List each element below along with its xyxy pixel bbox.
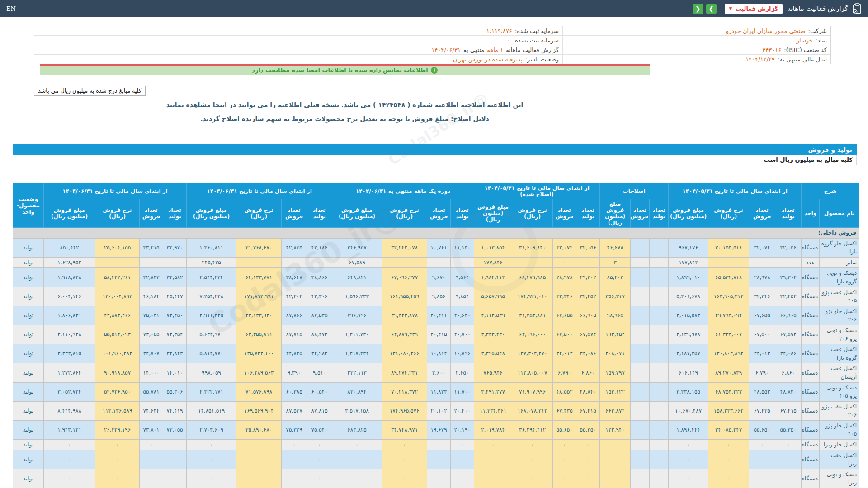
value-cell: ۳۲,۲۴۲,۰۷۸ (382, 238, 427, 257)
unregistered-capital-cell: سرمایه ثبت نشده: ۰ (34, 36, 562, 45)
report-type-dropdown[interactable]: گزارش فعالیت ▼ (725, 4, 783, 14)
value-cell (631, 401, 650, 420)
report-nav: ❯ ❮ (693, 4, 717, 14)
value-cell (631, 420, 650, 439)
value-cell: ۱,۴۱۷,۲۴۲ (332, 344, 382, 363)
value-cell: تولید (13, 268, 44, 287)
value-cell: ۶۷,۵۰۰ (749, 325, 775, 344)
company-info-table: شرکت: صنعتي محور سازان ایران خودرو سرمای… (34, 26, 831, 64)
table-row: دیسک و توپی ریرادستگاه۰۰۰۰۰۰۰۰۰۰۰۰۰۰۰۰۰۰… (13, 469, 859, 488)
value-cell: ۱۶۳,۹۰۵,۲۱۲ (708, 287, 749, 306)
value-cell: دستگاه (802, 363, 820, 382)
value-cell: دستگاه (802, 401, 820, 420)
value-cell (600, 440, 631, 450)
value-cell: ۹,۸۵۴ (451, 287, 474, 306)
value-cell: ۱,۳۶۰,۸۱۱ (187, 238, 236, 257)
value-cell: ۳۴,۷۴۸,۹۷۱ (382, 420, 427, 439)
value-cell: دستگاه (802, 440, 820, 450)
value-cell: ۷۴,۳۵۲ (163, 325, 187, 344)
value-cell: ۱۰۶,۲۸۹,۵۶۳ (236, 363, 282, 382)
value-cell: ۰ (236, 440, 282, 450)
column-group-header: دوره یک ماهه منتهی به ۱۴۰۴/۰۶/۳۱ (332, 183, 474, 199)
value-cell (650, 363, 669, 382)
value-cell: ۴۲,۲۰۲ (282, 287, 307, 306)
value-cell: ۰ (669, 450, 708, 469)
period-label-2: منتهی به (463, 47, 484, 53)
value-cell: ۱,۰۱۳,۸۵۴ (474, 238, 512, 257)
value-cell: ۳۱,۲۵۴,۸۸۱ (512, 306, 553, 325)
value-cell: ۱۰۱,۹۶۰,۲۸۴ (95, 344, 140, 363)
value-cell (631, 363, 650, 382)
value-cell: ۷۳,۸۰۱ (140, 420, 163, 439)
value-cell: ۳۲,۴۵۲ (775, 287, 802, 306)
value-cell: ۱۹۳,۲۵۲ (600, 325, 631, 344)
value-cell: ۳۲,۰۵۶ (576, 238, 600, 257)
value-cell: ۰ (775, 469, 802, 488)
column-header: تعداد تولید (451, 199, 474, 228)
value-cell: تولید (13, 287, 44, 306)
value-cell: تولید (13, 238, 44, 257)
value-cell: ۲۰,۱۰۲ (427, 401, 451, 420)
value-cell: ۴۲,۸۲۵ (282, 344, 307, 363)
value-cell: ۸,۴۴۴,۹۸۸ (44, 401, 95, 420)
table-row: اکسل جلو گروه تارادستگاه۳۲,۰۵۶۳۲,۰۷۴۳۰,۱… (13, 238, 859, 257)
value-cell: ۴۵,۴۴۷ (163, 287, 187, 306)
value-cell: ۱۳۱,۰۸۰,۴۶۶ (382, 344, 427, 363)
value-cell: ۳۱,۷۶۸,۶۷۰ (236, 238, 282, 257)
column-header: تعداد فروش (282, 199, 307, 228)
value-cell (95, 257, 140, 268)
value-cell: تولید (13, 363, 44, 382)
previous-version-link[interactable]: اینجا (213, 101, 227, 108)
value-cell: ۶۶۳,۸۷۴ (600, 401, 631, 420)
value-cell: ۰ (44, 469, 95, 488)
language-toggle[interactable]: EN (6, 5, 16, 12)
next-report-button[interactable]: ❯ (706, 4, 717, 14)
column-group-header: اصلاحات (600, 183, 669, 199)
value-cell (650, 450, 669, 469)
value-cell: عدد (802, 257, 820, 268)
value-cell: ۵۵,۳۵۰ (775, 420, 802, 439)
product-name-cell: اکسل عقب پژو ۲۰۶ (820, 401, 859, 420)
value-cell: ۷۳,۰۵۵ (163, 420, 187, 439)
value-cell: ۲,۰۱۹,۷۸۴ (474, 420, 512, 439)
product-name-cell: دیسک و توپی ریرا (820, 469, 859, 488)
value-cell: ۰ (512, 440, 553, 450)
value-cell: ۰ (282, 450, 307, 469)
value-cell: ۴۲,۸۳۵ (282, 238, 307, 257)
table-row: سایرعدد۰۰۱۷۷,۸۴۳۳۰۰۱۷۷,۸۴۶۰۰۶۷,۵۸۹۰۰۲۴۵,… (13, 257, 859, 268)
symbol-link[interactable]: خوساز (797, 37, 813, 44)
company-cell: شرکت: صنعتي محور سازان ایران خودرو (562, 26, 830, 35)
column-header: نرخ فروش (ریال) (708, 199, 749, 228)
value-cell: ۰ (553, 469, 576, 488)
value-cell: ۳,۰۵۲,۷۲۴ (44, 382, 95, 401)
value-cell: ۶,۷۹۰ (553, 363, 576, 382)
value-cell: تولید (13, 382, 44, 401)
value-cell: ۷۵,۵۴۰ (307, 420, 332, 439)
value-cell: دستگاه (802, 325, 820, 344)
value-cell: ۳۲,۷۰۷ (140, 344, 163, 363)
section-row: فروش داخلی: (13, 228, 859, 239)
value-cell: ۰ (576, 257, 600, 268)
value-cell: ۷۴,۰۵۵ (140, 325, 163, 344)
value-cell: ۴,۳۲۲,۱۷۱ (187, 382, 236, 401)
value-cell: ۵۵,۵۱۲,۰۹۳ (95, 325, 140, 344)
value-cell: ۲۰,۴۰۰ (451, 401, 474, 420)
value-cell: ۱۱۳,۱۳۶,۵۸۹ (95, 401, 140, 420)
fiscal-year-cell: سال مالی منتهی به: ۱۴۰۴/۱۲/۲۹ (562, 55, 830, 64)
value-cell: تولید (13, 440, 44, 450)
value-cell (708, 257, 749, 268)
value-cell: ۲۰,۷۰۰ (451, 325, 474, 344)
value-cell: ۲,۶۰۰ (427, 363, 451, 382)
previous-report-button[interactable]: ❮ (693, 4, 703, 14)
value-cell: ۰ (332, 469, 382, 488)
column-header: مبلغ فروش (میلیون ریال) (474, 199, 512, 228)
value-cell: ۳۲,۸۴۳ (140, 268, 163, 287)
value-cell: ۲,۱۱۴,۵۴۹ (474, 306, 512, 325)
company-link[interactable]: صنعتي محور سازان ایران خودرو (726, 28, 806, 34)
value-cell: ۱۳۵,۷۳۳,۱۰۰ (236, 344, 282, 363)
value-cell: تولید (13, 420, 44, 439)
value-cell: ۷۹۶,۷۹۶ (332, 306, 382, 325)
value-cell: ۹,۵۶۴ (451, 268, 474, 287)
value-cell: ۲,۰۱۵,۵۸۴ (669, 306, 708, 325)
info-icon: i (431, 67, 438, 74)
